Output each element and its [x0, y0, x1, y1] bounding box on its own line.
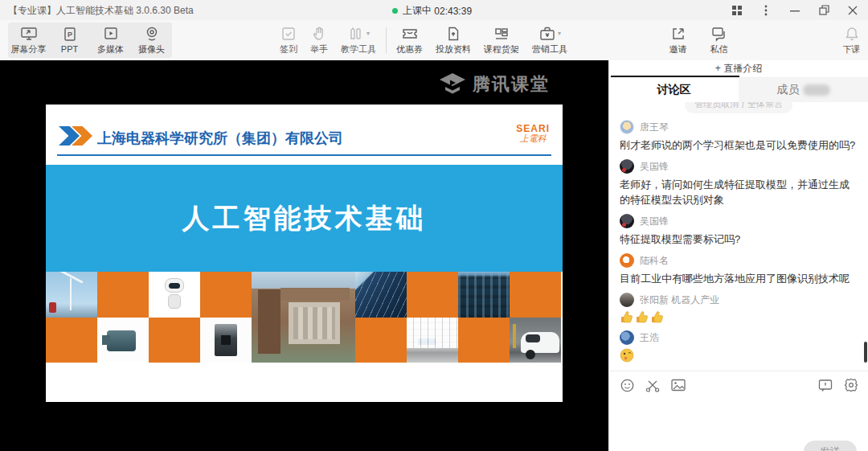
members-tab-label: 成员 [777, 83, 800, 97]
company-name: 上海电器科学研究所（集团）有限公司 [97, 129, 343, 148]
chat-scrollbar-thumb[interactable] [864, 342, 867, 363]
message-emoji-face [620, 348, 858, 363]
end-class-group: 下课 [831, 23, 868, 58]
invite-label: 邀请 [669, 43, 687, 55]
emoji-icon[interactable] [620, 379, 634, 392]
svg-text:P: P [67, 31, 72, 39]
raise-hand-button[interactable]: 举手 [304, 23, 334, 58]
minimize-icon[interactable] [784, 2, 805, 19]
orange-tile [355, 318, 407, 363]
tab-discussion[interactable]: 讨论区 [609, 78, 739, 102]
seari-logo-text: SEARI [516, 124, 550, 134]
sender-name: 张阳新 机器人产业 [640, 293, 719, 307]
course-shelf-button[interactable]: 课程货架 [477, 23, 526, 58]
header-rule [57, 154, 551, 156]
chevron-down-icon: ▾ [366, 30, 370, 37]
push-materials-button[interactable]: 投放资料 [429, 23, 477, 58]
end-class-button[interactable]: 下课 [831, 23, 868, 58]
coupon-label: 优惠券 [396, 43, 423, 55]
image-icon[interactable] [671, 379, 686, 392]
message-text: 目前工业中有哪些地方落地应用了图像识别技术呢 [620, 271, 858, 286]
ppt-button[interactable]: P PPT [49, 23, 90, 58]
end-class-label: 下课 [843, 43, 861, 55]
side-panel: + 直播介绍 讨论区 成员 管理员取消了全体禁言 唐王琴 刚才老师说的两个学习框… [608, 60, 868, 451]
live-status-dot-icon [392, 8, 398, 14]
camera-button[interactable]: 摄像头 [131, 23, 172, 58]
ppt-label: PPT [61, 44, 78, 54]
watermark-text: 腾讯课堂 [473, 72, 550, 96]
screen-share-button[interactable]: 屏幕分享 [8, 23, 49, 58]
raise-hand-icon [311, 26, 327, 42]
presentation-stage: 腾讯课堂 上海电器科学研究所（集团）有限公司 SEARI 上電科 人工智能技术基… [0, 60, 608, 451]
camera-label: 摄像头 [138, 43, 165, 55]
private-message-button[interactable]: 私信 [698, 23, 739, 58]
window-title: 【专业课】人工智能技术基础 3.0.6.30 Beta [8, 4, 194, 18]
photo-electric-car [510, 318, 561, 363]
end-class-bell-icon [844, 26, 860, 42]
gear-icon[interactable] [844, 378, 858, 392]
feedback-icon[interactable] [818, 379, 833, 392]
message-emoji-thumbs [620, 310, 858, 324]
marketing-tools-icon [538, 26, 556, 42]
photo-circuit-breaker [200, 318, 252, 363]
tab-live-intro[interactable]: + 直播介绍 [609, 60, 868, 78]
scissors-icon[interactable] [645, 379, 660, 392]
tab-members[interactable]: 成员 [739, 78, 868, 102]
orange-tile [510, 272, 561, 318]
slide-title-band: 人工智能技术基础 [46, 165, 563, 272]
orange-tile [149, 318, 200, 363]
apps-grid-icon[interactable] [727, 2, 747, 19]
multimedia-label: 多媒体 [97, 43, 124, 55]
invite-button[interactable]: 邀请 [657, 23, 698, 58]
sender-name: 吴国锋 [640, 160, 669, 174]
course-shelf-icon [493, 26, 510, 42]
chat-message-list[interactable]: 管理员取消了全体禁言 唐王琴 刚才老师说的两个学习框架也是可以免费使用的吗? 吴… [609, 102, 868, 371]
marketing-tools-button[interactable]: ▾ 营销工具 [526, 23, 574, 58]
class-tools-group: 签到 举手 ▾ 教学工具 优惠券 投放资料 [273, 23, 574, 58]
chat-message: 陆科名 目前工业中有哪些地方落地应用了图像识别技术呢 [620, 253, 858, 286]
avatar [620, 120, 634, 134]
member-count-badge [803, 84, 830, 96]
screen-share-icon [20, 26, 38, 42]
app-window: 【专业课】人工智能技术基础 3.0.6.30 Beta 上课中 02:43:39 [0, 0, 868, 451]
teaching-tools-label: 教学工具 [341, 43, 376, 55]
chat-message: 吴国锋 特征提取模型需要标记吗? [620, 214, 858, 247]
screen-share-label: 屏幕分享 [11, 43, 47, 55]
teaching-tools-button[interactable]: ▾ 教学工具 [334, 23, 383, 58]
push-materials-label: 投放资料 [436, 43, 471, 55]
close-icon[interactable] [842, 2, 863, 19]
orange-tile [97, 272, 149, 318]
toolbar: 屏幕分享 P PPT 多媒体 摄像头 签到 举手 [0, 20, 868, 60]
raise-hand-label: 举手 [310, 43, 328, 55]
thumbs-up-emoji [635, 310, 649, 324]
marketing-tools-label: 营销工具 [532, 43, 567, 55]
private-message-icon [710, 26, 728, 42]
photo-institute-building [252, 272, 355, 363]
slide-header: 上海电器科学研究所（集团）有限公司 SEARI 上電科 [46, 105, 563, 165]
toolbar-divider [386, 27, 387, 53]
tencent-classroom-logo-icon [439, 72, 466, 96]
communication-group: 邀请 私信 [657, 23, 739, 58]
panel-tabs: 讨论区 成员 [609, 78, 868, 102]
invite-icon [670, 26, 686, 42]
orange-tile [200, 272, 252, 318]
coupon-button[interactable]: 优惠券 [390, 23, 429, 58]
send-button[interactable]: 发送 [804, 441, 857, 451]
message-text: 特征提取模型需要标记吗? [620, 232, 858, 247]
platform-watermark: 腾讯课堂 [439, 72, 550, 96]
course-shelf-label: 课程货架 [484, 43, 519, 55]
orange-tile [458, 318, 510, 363]
sign-in-button[interactable]: 签到 [273, 23, 304, 58]
double-chevron-icon [59, 126, 84, 146]
photo-checkerboard [46, 272, 563, 363]
orange-tile [46, 318, 97, 363]
multimedia-button[interactable]: 多媒体 [90, 23, 131, 58]
photo-industrial-equipment [458, 272, 510, 318]
sender-name: 吴国锋 [640, 215, 669, 228]
kebab-menu-icon[interactable] [755, 2, 776, 19]
class-status: 上课中 02:43:39 [392, 4, 472, 18]
teaching-tools-icon [347, 26, 365, 42]
restore-icon[interactable] [813, 2, 834, 19]
avatar [620, 293, 634, 307]
chat-input-bar[interactable]: 发送 [609, 371, 868, 451]
